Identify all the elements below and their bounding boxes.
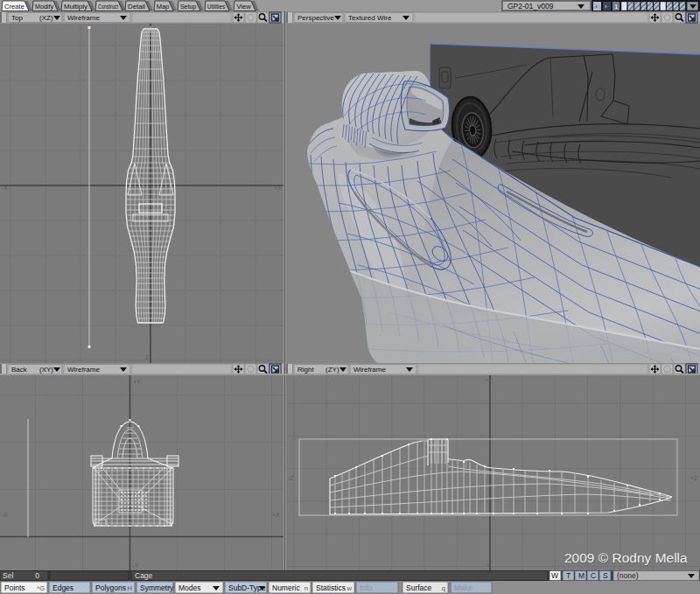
svg-text:View: View (236, 3, 251, 10)
svg-text:w: w (346, 584, 353, 592)
svg-text:+Z: +Z (690, 475, 698, 481)
svg-text:-Z: -Z (288, 475, 294, 481)
svg-text:S: S (603, 571, 608, 580)
svg-text:Setup: Setup (180, 3, 196, 10)
svg-text:Textured Wire: Textured Wire (348, 14, 392, 22)
svg-text:Utilities: Utilities (207, 3, 225, 10)
svg-text:+X: +X (272, 512, 280, 518)
svg-text:Construct: Construct (98, 3, 119, 10)
svg-text:Back: Back (11, 366, 28, 374)
svg-text:^Y: ^Y (163, 584, 171, 592)
svg-text:Numeric: Numeric (272, 584, 300, 592)
svg-text:T: T (566, 571, 570, 580)
svg-text:(XZ): (XZ) (39, 14, 53, 22)
svg-text:Multiply: Multiply (64, 3, 88, 10)
svg-text:GP2-01_v009: GP2-01_v009 (508, 2, 554, 10)
svg-text:^G: ^G (37, 584, 46, 592)
svg-text:Make: Make (454, 584, 472, 592)
svg-text:Info: Info (360, 584, 372, 592)
svg-text:q: q (442, 584, 445, 592)
svg-text:›: › (605, 3, 607, 10)
svg-text:H: H (128, 584, 132, 592)
svg-text:Right: Right (298, 366, 314, 374)
svg-text:-X: -X (2, 185, 8, 191)
svg-text:Surface: Surface (406, 584, 432, 592)
svg-text:Detail: Detail (128, 3, 145, 10)
svg-text:-Y: -Y (133, 563, 139, 569)
svg-text:SubD-Type: SubD-Type (228, 584, 266, 592)
svg-text:2009 © Rodny Mella: 2009 © Rodny Mella (564, 550, 688, 565)
svg-text:Cage: Cage (135, 571, 153, 580)
svg-text:Sel: Sel (3, 571, 13, 580)
svg-text:Create: Create (4, 3, 24, 10)
svg-text:Edges: Edges (52, 584, 74, 592)
svg-text:0: 0 (35, 571, 39, 580)
svg-text:+X: +X (274, 185, 282, 191)
svg-text:Statistics: Statistics (316, 584, 346, 592)
svg-text:Wireframe: Wireframe (354, 366, 386, 374)
svg-text:Top: Top (11, 14, 23, 22)
svg-text:Modes: Modes (178, 584, 201, 592)
svg-text:Modify: Modify (35, 3, 53, 10)
svg-text:n: n (304, 584, 308, 592)
svg-text:W: W (551, 571, 558, 580)
svg-text:1: 1 (614, 3, 619, 10)
svg-text:Points: Points (4, 584, 25, 592)
svg-text:Polygons: Polygons (95, 584, 126, 592)
svg-text:(ZY): (ZY) (326, 366, 340, 374)
svg-text:C: C (591, 571, 596, 580)
svg-text:(none): (none) (617, 571, 639, 580)
svg-text:+Y: +Y (485, 377, 493, 383)
svg-text:Z: Z (145, 354, 150, 360)
svg-text:Wireframe: Wireframe (67, 14, 100, 22)
svg-text:Perspective: Perspective (298, 14, 334, 22)
svg-text:M: M (578, 571, 584, 580)
svg-text:Map: Map (157, 3, 170, 10)
svg-text:-X: -X (2, 512, 8, 518)
svg-text:+Y: +Y (133, 379, 141, 385)
svg-text:-Y: -Y (485, 563, 491, 569)
svg-text:Wireframe: Wireframe (67, 366, 100, 374)
svg-text:‹: ‹ (595, 3, 598, 10)
svg-text:(XY): (XY) (39, 366, 53, 374)
